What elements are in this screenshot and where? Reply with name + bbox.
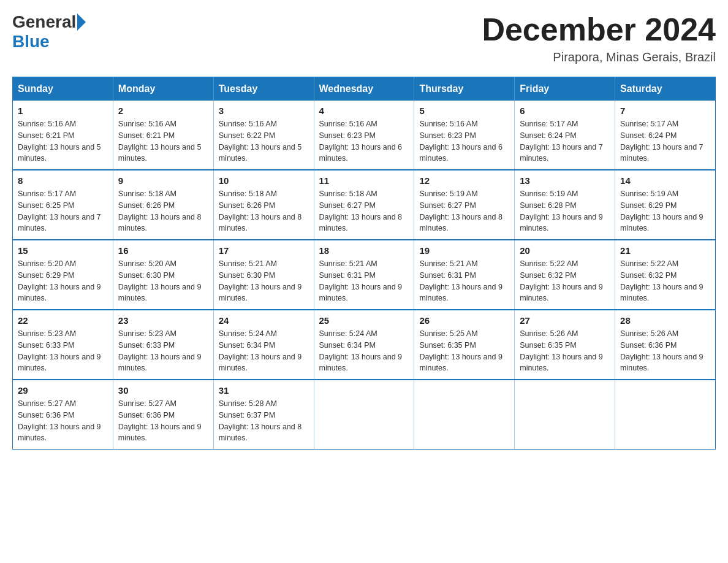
day-info: Sunrise: 5:16 AMSunset: 6:21 PMDaylight:… — [118, 118, 208, 164]
month-title: December 2024 — [482, 12, 716, 47]
calendar-day-cell: 2Sunrise: 5:16 AMSunset: 6:21 PMDaylight… — [113, 101, 213, 170]
day-info: Sunrise: 5:21 AMSunset: 6:30 PMDaylight:… — [219, 258, 309, 304]
day-number: 31 — [219, 385, 309, 396]
day-info: Sunrise: 5:22 AMSunset: 6:32 PMDaylight:… — [520, 258, 610, 304]
calendar-day-cell: 12Sunrise: 5:19 AMSunset: 6:27 PMDayligh… — [414, 170, 515, 240]
calendar-day-cell: 18Sunrise: 5:21 AMSunset: 6:31 PMDayligh… — [314, 240, 414, 310]
calendar-day-cell: 9Sunrise: 5:18 AMSunset: 6:26 PMDaylight… — [113, 170, 213, 240]
calendar-day-cell: 17Sunrise: 5:21 AMSunset: 6:30 PMDayligh… — [213, 240, 314, 310]
day-info: Sunrise: 5:21 AMSunset: 6:31 PMDaylight:… — [319, 258, 409, 304]
calendar-day-cell: 27Sunrise: 5:26 AMSunset: 6:35 PMDayligh… — [515, 310, 615, 380]
calendar-header-row: Sunday Monday Tuesday Wednesday Thursday… — [13, 77, 716, 101]
day-info: Sunrise: 5:17 AMSunset: 6:24 PMDaylight:… — [520, 118, 610, 164]
calendar-day-cell: 6Sunrise: 5:17 AMSunset: 6:24 PMDaylight… — [515, 101, 615, 170]
day-number: 9 — [118, 175, 208, 186]
day-info: Sunrise: 5:16 AMSunset: 6:23 PMDaylight:… — [319, 118, 409, 164]
day-number: 22 — [18, 315, 108, 326]
calendar-week-row: 29Sunrise: 5:27 AMSunset: 6:36 PMDayligh… — [13, 380, 716, 450]
day-info: Sunrise: 5:28 AMSunset: 6:37 PMDaylight:… — [219, 398, 309, 444]
day-info: Sunrise: 5:18 AMSunset: 6:26 PMDaylight:… — [219, 188, 309, 234]
calendar-day-cell: 13Sunrise: 5:19 AMSunset: 6:28 PMDayligh… — [515, 170, 615, 240]
calendar-week-row: 22Sunrise: 5:23 AMSunset: 6:33 PMDayligh… — [13, 310, 716, 380]
day-number: 4 — [319, 105, 409, 116]
day-info: Sunrise: 5:16 AMSunset: 6:21 PMDaylight:… — [18, 118, 108, 164]
day-number: 23 — [118, 315, 208, 326]
header-saturday: Saturday — [615, 77, 716, 101]
day-number: 14 — [620, 175, 710, 186]
day-info: Sunrise: 5:24 AMSunset: 6:34 PMDaylight:… — [319, 328, 409, 374]
day-info: Sunrise: 5:19 AMSunset: 6:27 PMDaylight:… — [419, 188, 509, 234]
day-info: Sunrise: 5:23 AMSunset: 6:33 PMDaylight:… — [118, 328, 208, 374]
calendar-day-cell: 20Sunrise: 5:22 AMSunset: 6:32 PMDayligh… — [515, 240, 615, 310]
day-info: Sunrise: 5:18 AMSunset: 6:27 PMDaylight:… — [319, 188, 409, 234]
calendar-day-cell: 22Sunrise: 5:23 AMSunset: 6:33 PMDayligh… — [13, 310, 113, 380]
logo-blue-text: Blue — [12, 32, 50, 52]
logo-triangle-icon — [77, 13, 86, 31]
calendar-day-cell — [515, 380, 615, 450]
header-thursday: Thursday — [414, 77, 515, 101]
day-info: Sunrise: 5:16 AMSunset: 6:23 PMDaylight:… — [419, 118, 509, 164]
day-number: 21 — [620, 245, 710, 256]
header-sunday: Sunday — [13, 77, 113, 101]
day-info: Sunrise: 5:22 AMSunset: 6:32 PMDaylight:… — [620, 258, 710, 304]
calendar-week-row: 15Sunrise: 5:20 AMSunset: 6:29 PMDayligh… — [13, 240, 716, 310]
day-number: 20 — [520, 245, 610, 256]
calendar-day-cell: 3Sunrise: 5:16 AMSunset: 6:22 PMDaylight… — [213, 101, 314, 170]
day-number: 15 — [18, 245, 108, 256]
day-number: 7 — [620, 105, 710, 116]
day-info: Sunrise: 5:19 AMSunset: 6:28 PMDaylight:… — [520, 188, 610, 234]
calendar-day-cell: 8Sunrise: 5:17 AMSunset: 6:25 PMDaylight… — [13, 170, 113, 240]
header-wednesday: Wednesday — [314, 77, 414, 101]
calendar-day-cell: 28Sunrise: 5:26 AMSunset: 6:36 PMDayligh… — [615, 310, 716, 380]
calendar-day-cell: 16Sunrise: 5:20 AMSunset: 6:30 PMDayligh… — [113, 240, 213, 310]
day-number: 24 — [219, 315, 309, 326]
calendar-day-cell: 26Sunrise: 5:25 AMSunset: 6:35 PMDayligh… — [414, 310, 515, 380]
calendar-week-row: 8Sunrise: 5:17 AMSunset: 6:25 PMDaylight… — [13, 170, 716, 240]
day-info: Sunrise: 5:27 AMSunset: 6:36 PMDaylight:… — [118, 398, 208, 444]
day-info: Sunrise: 5:26 AMSunset: 6:35 PMDaylight:… — [520, 328, 610, 374]
page-header: General Blue December 2024 Pirapora, Min… — [12, 12, 716, 64]
day-number: 1 — [18, 105, 108, 116]
calendar-day-cell: 10Sunrise: 5:18 AMSunset: 6:26 PMDayligh… — [213, 170, 314, 240]
day-number: 26 — [419, 315, 509, 326]
day-number: 8 — [18, 175, 108, 186]
calendar-day-cell: 5Sunrise: 5:16 AMSunset: 6:23 PMDaylight… — [414, 101, 515, 170]
day-number: 30 — [118, 385, 208, 396]
day-info: Sunrise: 5:16 AMSunset: 6:22 PMDaylight:… — [219, 118, 309, 164]
day-number: 29 — [18, 385, 108, 396]
header-tuesday: Tuesday — [213, 77, 314, 101]
day-number: 5 — [419, 105, 509, 116]
calendar-table: Sunday Monday Tuesday Wednesday Thursday… — [12, 77, 716, 450]
header-friday: Friday — [515, 77, 615, 101]
calendar-day-cell — [314, 380, 414, 450]
calendar-day-cell: 24Sunrise: 5:24 AMSunset: 6:34 PMDayligh… — [213, 310, 314, 380]
day-number: 6 — [520, 105, 610, 116]
day-number: 3 — [219, 105, 309, 116]
logo: General Blue — [12, 12, 86, 52]
logo-general-text: General — [12, 12, 76, 32]
day-info: Sunrise: 5:23 AMSunset: 6:33 PMDaylight:… — [18, 328, 108, 374]
calendar-day-cell: 30Sunrise: 5:27 AMSunset: 6:36 PMDayligh… — [113, 380, 213, 450]
day-number: 16 — [118, 245, 208, 256]
day-number: 25 — [319, 315, 409, 326]
day-info: Sunrise: 5:27 AMSunset: 6:36 PMDaylight:… — [18, 398, 108, 444]
day-number: 10 — [219, 175, 309, 186]
calendar-day-cell: 15Sunrise: 5:20 AMSunset: 6:29 PMDayligh… — [13, 240, 113, 310]
calendar-day-cell — [615, 380, 716, 450]
calendar-day-cell: 14Sunrise: 5:19 AMSunset: 6:29 PMDayligh… — [615, 170, 716, 240]
day-info: Sunrise: 5:19 AMSunset: 6:29 PMDaylight:… — [620, 188, 710, 234]
day-number: 27 — [520, 315, 610, 326]
day-info: Sunrise: 5:17 AMSunset: 6:24 PMDaylight:… — [620, 118, 710, 164]
day-info: Sunrise: 5:20 AMSunset: 6:30 PMDaylight:… — [118, 258, 208, 304]
day-number: 13 — [520, 175, 610, 186]
calendar-day-cell: 11Sunrise: 5:18 AMSunset: 6:27 PMDayligh… — [314, 170, 414, 240]
calendar-week-row: 1Sunrise: 5:16 AMSunset: 6:21 PMDaylight… — [13, 101, 716, 170]
day-info: Sunrise: 5:24 AMSunset: 6:34 PMDaylight:… — [219, 328, 309, 374]
calendar-day-cell: 31Sunrise: 5:28 AMSunset: 6:37 PMDayligh… — [213, 380, 314, 450]
calendar-day-cell: 1Sunrise: 5:16 AMSunset: 6:21 PMDaylight… — [13, 101, 113, 170]
header-monday: Monday — [113, 77, 213, 101]
logo-blue-part — [76, 13, 86, 31]
day-number: 11 — [319, 175, 409, 186]
day-info: Sunrise: 5:18 AMSunset: 6:26 PMDaylight:… — [118, 188, 208, 234]
day-number: 12 — [419, 175, 509, 186]
